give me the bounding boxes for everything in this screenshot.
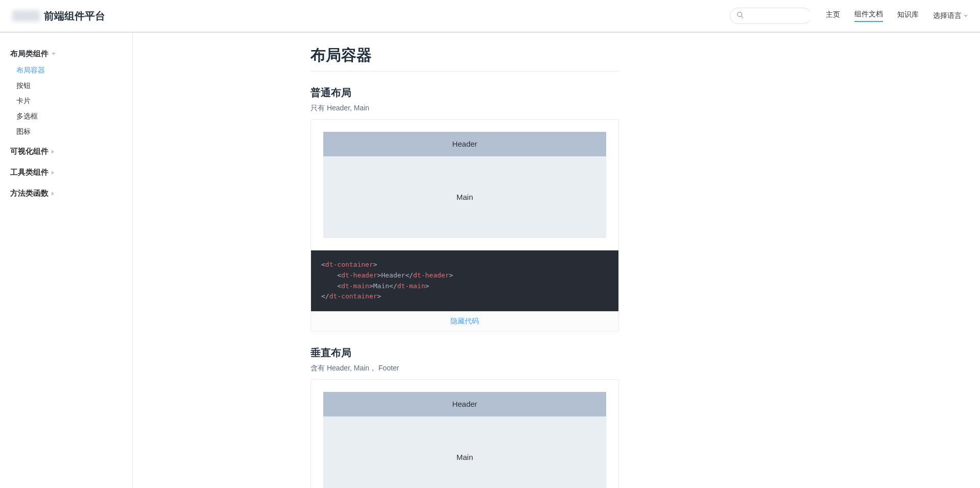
divider (310, 71, 619, 72)
nav-kb[interactable]: 知识库 (897, 10, 919, 21)
sidebar: 布局类组件布局容器按钮卡片多选框图标可视化组件工具类组件方法类函数 (0, 33, 133, 488)
layout-main: Main (323, 416, 606, 488)
chevron-down-icon (964, 15, 968, 17)
logo-badge (12, 10, 40, 21)
layout-header: Header (323, 392, 606, 416)
nav-docs[interactable]: 组件文档 (854, 10, 883, 22)
sidebar-item-按钮[interactable]: 按钮 (16, 78, 132, 94)
lang-select[interactable]: 选择语言 (933, 11, 968, 20)
lang-label: 选择语言 (933, 11, 962, 20)
svg-line-1 (741, 16, 743, 18)
sidebar-group-label: 可视化组件 (10, 147, 49, 156)
page-title: 布局容器 (310, 45, 619, 66)
sidebar-item-图标[interactable]: 图标 (16, 124, 132, 140)
chevron-right-icon (52, 192, 54, 196)
svg-point-0 (737, 12, 742, 16)
sidebar-group-label: 方法类函数 (10, 189, 49, 198)
sidebar-group-布局类组件[interactable]: 布局类组件 (10, 45, 132, 63)
section-heading: 普通布局 (310, 86, 619, 100)
demo-box: HeaderMain<dt-container> <dt-header>Head… (310, 119, 619, 332)
code-block: <dt-container> <dt-header>Header</dt-hea… (311, 250, 618, 311)
hide-code-button[interactable]: 隐藏代码 (311, 311, 618, 331)
chevron-down-icon (52, 53, 56, 55)
sidebar-group-工具类组件[interactable]: 工具类组件 (10, 164, 132, 181)
sidebar-group-label: 布局类组件 (10, 49, 49, 59)
sidebar-item-布局容器[interactable]: 布局容器 (16, 63, 132, 78)
chevron-right-icon (52, 150, 54, 154)
nav-home[interactable]: 主页 (826, 10, 840, 21)
sidebar-group-可视化组件[interactable]: 可视化组件 (10, 143, 132, 160)
layout-header: Header (323, 132, 606, 156)
section-heading: 垂直布局 (310, 346, 619, 360)
sidebar-item-多选框[interactable]: 多选框 (16, 109, 132, 124)
sidebar-group-方法类函数[interactable]: 方法类函数 (10, 184, 132, 202)
search-icon (736, 11, 744, 21)
demo-box: HeaderMain (310, 379, 619, 488)
layout-main: Main (323, 156, 606, 238)
search-input[interactable] (747, 12, 836, 20)
section-desc: 只有 Header, Main (310, 104, 619, 113)
top-header: 前端组件平台 主页 组件文档 知识库 选择语言 (0, 0, 980, 33)
section-desc: 含有 Header, Main， Footer (310, 364, 619, 373)
sidebar-group-label: 工具类组件 (10, 168, 49, 177)
chevron-right-icon (52, 171, 54, 175)
main-content: 布局容器 普通布局只有 Header, MainHeaderMain<dt-co… (133, 33, 980, 488)
header-right: 主页 组件文档 知识库 选择语言 (730, 8, 968, 24)
demo-preview: HeaderMain (311, 120, 618, 250)
site-logo: 前端组件平台 (12, 9, 105, 23)
sidebar-item-卡片[interactable]: 卡片 (16, 94, 132, 109)
demo-preview: HeaderMain (311, 380, 618, 488)
search-box[interactable] (730, 8, 811, 24)
site-title: 前端组件平台 (44, 9, 105, 23)
